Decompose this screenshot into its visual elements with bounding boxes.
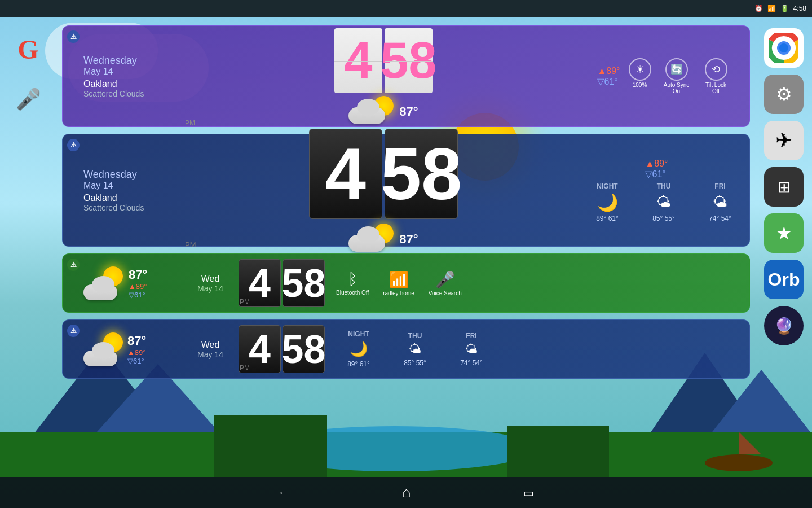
mic-button[interactable]: 🎤	[16, 87, 41, 111]
widget-1-temp-range: ▲89° ▽61°	[597, 66, 620, 87]
google-button[interactable]: G	[17, 34, 38, 65]
forecast4-thu: THU 🌤 85° 55°	[392, 332, 438, 367]
widget-3-date: May 14	[182, 284, 239, 293]
star-icon-button[interactable]: ★	[764, 213, 804, 253]
widget-3-low: ▽61°	[129, 291, 147, 299]
left-sidebar: G 🎤	[0, 17, 56, 477]
widget-4-date-area: Wed May 14	[182, 340, 239, 359]
grid-icon-button[interactable]: ⊞	[764, 167, 804, 207]
forecast4-fri-icon: 🌤	[465, 342, 478, 357]
forecast4-thu-label: THU	[408, 332, 422, 340]
widget-1-low: ▽61°	[597, 76, 620, 87]
widget-2-condition: Scattered Clouds	[83, 203, 182, 212]
forecast-night-icon: 🌙	[593, 192, 621, 212]
dict-icon-button[interactable]: Orb	[764, 260, 804, 299]
widget-3-ampm: PM	[240, 298, 250, 306]
bluetooth-button[interactable]: ᛒ Bluetooth Off	[336, 270, 369, 296]
widget-2-minutes: 58	[385, 129, 458, 219]
sync-button[interactable]: 🔄 Auto Sync On	[663, 58, 691, 94]
widget-2-city: Oakland	[83, 193, 182, 203]
widget-2-temp-range: ▲89° ▽61°	[645, 159, 668, 179]
widget-4-date: May 14	[182, 350, 239, 359]
bluetooth-label: Bluetooth Off	[336, 290, 369, 296]
settings-icon-button[interactable]: ⚙	[764, 75, 804, 114]
widget-2-temp: 87°	[399, 232, 418, 247]
widget-2-forecast: NIGHT 🌙 89° 61° THU 🌤 85° 55° FRI 🌤 74° …	[585, 182, 743, 222]
widget-2-date: May 14	[83, 181, 182, 191]
forecast4-thu-icon: 🌤	[409, 342, 421, 357]
widget-1-high: ▲89°	[597, 66, 620, 76]
widget-2-alert: ⚠	[67, 139, 80, 151]
widget-1-hour: 4	[334, 28, 382, 93]
widget-1-right: ▲89° ▽61° ☀ 100% 🔄 Auto Sync On ⟲	[585, 58, 743, 94]
chrome-svg	[769, 33, 798, 63]
widget-4-weather-icon	[83, 332, 123, 366]
weather-widget-4: ⚠ 87° ▲89° ▽61° Wed May 14 4 58 PM NIGHT	[62, 319, 750, 379]
chrome-icon-button[interactable]	[764, 28, 804, 68]
forecast4-fri-label: FRI	[466, 332, 476, 340]
widget-3-clock: 4 58 PM	[239, 259, 325, 307]
forecast-night-label: NIGHT	[597, 182, 617, 190]
widget-1-temp: 87°	[399, 104, 418, 119]
brightness-icon: ☀	[629, 58, 651, 81]
brightness-button[interactable]: ☀ 100%	[629, 58, 651, 94]
forecast-fri-icon: 🌤	[706, 192, 734, 212]
widget-4-alert: ⚠	[67, 325, 80, 337]
sync-icon: 🔄	[665, 58, 688, 81]
tilt-icon: ⟲	[705, 58, 727, 81]
forecast4-night: NIGHT 🌙 89° 61°	[336, 330, 381, 368]
widget-1-day: Wednesday	[83, 55, 182, 67]
forecast-night-temp: 89° 61°	[596, 214, 619, 222]
widget-2-location: Wednesday May 14 Oakland Scattered Cloud…	[69, 169, 182, 212]
airplane-icon-button[interactable]: ✈	[764, 121, 804, 160]
widget-3-day: Wed	[182, 274, 239, 284]
orb-icon-button[interactable]: 🔮	[764, 306, 804, 345]
widget-2-clock: 4 58 PM 87°	[182, 129, 585, 252]
widget-1-alert: ⚠	[67, 30, 80, 43]
widget-2-day: Wednesday	[83, 169, 182, 181]
widget-4-high: ▲89°	[127, 348, 146, 357]
widget-4-forecast: NIGHT 🌙 89° 61° THU 🌤 85° 55° FRI 🌤 74° …	[336, 330, 494, 368]
widget-2-low: ▽61°	[645, 169, 668, 179]
weather-widget-3: ⚠ 87° ▲89° ▽61° Wed May 14 4 58 PM	[62, 253, 750, 313]
status-time: 4:58	[793, 5, 806, 12]
forecast4-thu-temp: 85° 55°	[404, 359, 426, 367]
forecast4-fri-temp: 74° 54°	[460, 359, 483, 367]
forecast-thu: THU 🌤 85° 55°	[641, 182, 686, 222]
widget-1-clock: 4 58 PM 87°	[182, 28, 585, 124]
widget-2-hour: 4	[309, 129, 382, 219]
forecast-thu-label: THU	[657, 182, 671, 190]
voice-label: Voice Search	[429, 290, 462, 296]
wifi-icon: 📶	[767, 5, 776, 12]
voice-search-button[interactable]: 🎤 Voice Search	[429, 270, 462, 296]
widget-3-date-area: Wed May 14	[182, 274, 239, 293]
home-button[interactable]: ⌂	[402, 484, 411, 501]
widget-1-weather-icon	[348, 96, 394, 124]
widget-1-flip-clock: 4 58	[334, 28, 433, 93]
svg-point-2	[779, 43, 788, 52]
widget-1-date: May 14	[83, 67, 182, 77]
widget-1-minutes: 58	[385, 28, 433, 93]
forecast-thu-temp: 85° 55°	[652, 214, 675, 222]
forecast-thu-icon: 🌤	[650, 192, 678, 212]
forecast4-night-temp: 89° 61°	[347, 360, 370, 368]
widget-2-flip-clock: 4 58	[309, 129, 458, 219]
widget-4-temps: 87° ▲89° ▽61°	[127, 334, 146, 365]
recent-button[interactable]: ▭	[523, 486, 534, 500]
status-bar: ⏰ 📶 🔋 4:58	[0, 0, 812, 17]
widget-1-city: Oakland	[83, 79, 182, 89]
widget-4-ampm: PM	[240, 364, 250, 372]
widget-3-high: ▲89°	[129, 282, 147, 291]
forecast4-night-icon: 🌙	[350, 340, 368, 358]
widget-3-minutes: 58	[283, 259, 325, 307]
tilt-button[interactable]: ⟲ Tilt Lock Off	[702, 58, 730, 94]
battery-icon: 🔋	[780, 5, 789, 12]
wifi-icon-sym: 📶	[389, 270, 409, 289]
back-button[interactable]: ←	[278, 486, 289, 499]
right-sidebar: ⚙ ✈ ⊞ ★ Orb 🔮	[756, 17, 812, 477]
widget-2-ampm: PM	[185, 240, 196, 249]
forecast-fri-label: FRI	[714, 182, 725, 190]
forecast-night: NIGHT 🌙 89° 61°	[585, 182, 630, 222]
brightness-label: 100%	[633, 82, 647, 88]
wifi-button[interactable]: 📶 radley-home	[383, 270, 414, 296]
